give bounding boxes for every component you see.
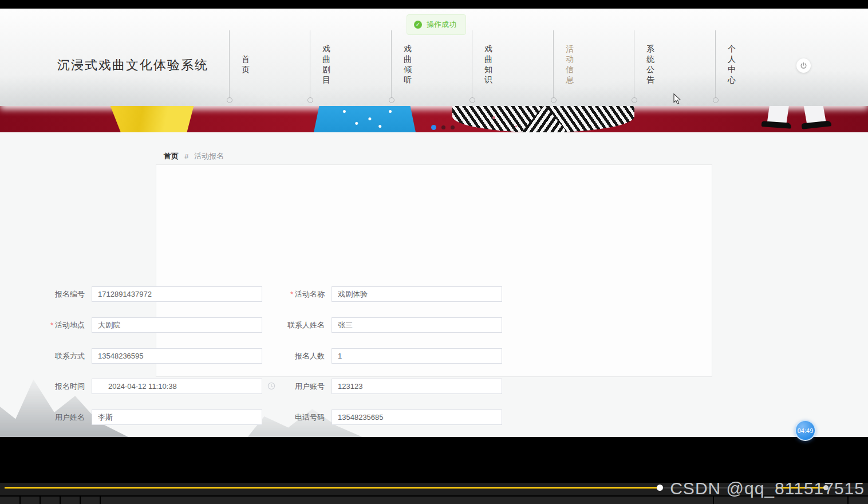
nav-item-personal-center[interactable]: 个人中心 (715, 30, 749, 103)
video-playhead-handle[interactable] (657, 485, 663, 491)
breadcrumb-home-link[interactable]: 首页 (164, 151, 179, 162)
timer-value: 04:49 (798, 427, 814, 434)
nav-item-opera-listening[interactable]: 戏曲倾听 (391, 30, 425, 103)
blue-costume-image (314, 106, 416, 132)
carousel-dot[interactable] (451, 125, 455, 129)
nav-dot-icon (713, 97, 719, 103)
nav-divider (229, 30, 230, 97)
field-label: 报名编号 (55, 289, 85, 300)
costume-shoe-image (802, 120, 832, 129)
toast-message: 操作成功 (427, 19, 456, 30)
top-black-bar (0, 0, 868, 9)
registration-number-input[interactable] (92, 286, 262, 302)
page: 沉浸式戏曲文化体验系统 首页 戏曲剧目 戏曲倾听 戏曲知识 活动信息 系统公告 … (0, 0, 868, 504)
nav-divider (634, 30, 634, 97)
filmstrip-separator (100, 497, 101, 504)
striped-costume-image (452, 106, 634, 132)
field-label: 活动地点 (50, 320, 85, 330)
field-label: 电话号码 (295, 412, 325, 423)
nav-label[interactable]: 个人中心 (727, 44, 736, 85)
nav-divider (391, 30, 392, 97)
csdn-watermark: CSDN @qq_811517515 (670, 479, 865, 498)
breadcrumb-separator: # (184, 152, 188, 161)
registration-time-input[interactable] (92, 379, 262, 394)
registration-form-panel (156, 164, 712, 377)
video-progress-played (5, 487, 657, 489)
nav-item-activity-info[interactable]: 活动信息 (553, 30, 587, 103)
field-label: 报名人数 (295, 351, 325, 361)
nav-divider (310, 30, 310, 97)
success-check-icon: ✓ (414, 21, 422, 29)
costume-pants-image (767, 106, 790, 123)
filmstrip-separator (19, 497, 21, 504)
user-name-input[interactable] (92, 410, 262, 425)
carousel-dots (431, 125, 455, 130)
contact-name-input[interactable] (332, 317, 502, 333)
mouse-cursor-icon (673, 93, 681, 105)
petal-decor (515, 125, 517, 127)
nav-item-system-announcement[interactable]: 系统公告 (634, 30, 668, 103)
activity-name-input[interactable] (332, 286, 502, 302)
field-label: 联系人姓名 (287, 320, 325, 330)
nav-dot-icon (469, 97, 475, 103)
costume-shoe-image (762, 121, 792, 129)
nav-label[interactable]: 戏曲剧目 (322, 44, 331, 85)
nav-label[interactable]: 戏曲知识 (484, 44, 493, 85)
filmstrip-separator (60, 497, 61, 504)
nav-item-opera-repertoire[interactable]: 戏曲剧目 (310, 30, 344, 103)
screen-record-timer-badge[interactable]: 04:49 (795, 420, 816, 441)
nav-label[interactable]: 活动信息 (565, 44, 574, 85)
nav-dot-icon (551, 97, 557, 103)
site-title: 沉浸式戏曲文化体验系统 (57, 57, 208, 74)
nav-divider (553, 30, 554, 97)
nav-label[interactable]: 首页 (241, 54, 250, 74)
phone-number-input[interactable] (332, 410, 502, 425)
yellow-costume-image (97, 106, 195, 132)
clock-icon (267, 382, 275, 390)
field-label: 活动名称 (290, 289, 325, 300)
carousel-dot[interactable] (441, 125, 445, 129)
power-icon (800, 62, 807, 69)
nav-label[interactable]: 系统公告 (646, 44, 655, 85)
filmstrip-separator (40, 497, 41, 504)
user-account-input[interactable] (332, 379, 502, 394)
carousel-dot-active[interactable] (431, 125, 436, 130)
nav-divider (472, 30, 472, 97)
main-content: 首页 # 活动报名 报名编号 活动名称 活动地点 联系人姓名 联系方式 (0, 132, 868, 437)
nav-divider (715, 30, 716, 97)
nav-dot-icon (389, 97, 394, 103)
activity-location-input[interactable] (92, 317, 262, 333)
costume-pants-image (803, 106, 826, 123)
field-label: 报名时间 (55, 381, 85, 392)
nav-dot-icon (227, 97, 232, 103)
field-label: 用户姓名 (55, 412, 85, 423)
filmstrip-separator (80, 497, 81, 504)
nav-dot-icon (632, 97, 637, 103)
nav-item-home[interactable]: 首页 (229, 30, 263, 103)
success-toast: ✓ 操作成功 (407, 14, 466, 35)
nav-item-opera-knowledge[interactable]: 戏曲知识 (472, 30, 506, 103)
breadcrumb: 首页 # 活动报名 (164, 151, 224, 162)
video-player-footer: CSDN @qq_811517515 (0, 437, 868, 504)
contact-method-input[interactable] (92, 348, 262, 364)
field-label: 用户账号 (295, 381, 325, 392)
logout-power-button[interactable] (796, 58, 811, 73)
participant-count-input[interactable] (332, 348, 502, 364)
nav-dot-icon (307, 97, 313, 103)
nav-label[interactable]: 戏曲倾听 (403, 44, 412, 85)
breadcrumb-current: 活动报名 (194, 151, 224, 162)
field-label: 联系方式 (55, 351, 85, 361)
petal-decor (492, 116, 495, 119)
